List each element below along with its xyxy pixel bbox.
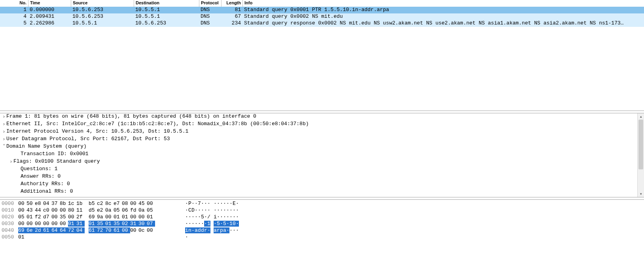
hex-ascii: ·······1·5·5·10· xyxy=(173,221,239,227)
splitter-list-details[interactable] xyxy=(0,111,644,113)
collapse-icon[interactable]: › xyxy=(2,121,6,127)
details-tree-item[interactable]: › Frame 1: 81 bytes on wire (648 bits), … xyxy=(0,113,644,121)
cell: 0.000000 xyxy=(28,7,71,13)
details-tree-label: Domain Name System (query) xyxy=(6,143,87,149)
hex-line[interactable]: 004069 6e 2d 61 64 64 72 04 61 72 70 61 … xyxy=(0,227,644,234)
hex-offset: 0030 xyxy=(0,221,18,227)
cell: 2.009431 xyxy=(28,13,71,20)
hex-offset: 0050 xyxy=(0,234,18,241)
column-header-protocol[interactable]: Protocol xyxy=(199,0,221,7)
cell: Standard query response 0x0002 NS mit.ed… xyxy=(242,20,644,27)
cell: DNS xyxy=(199,13,221,20)
hex-line[interactable]: 003000 00 00 00 00 00 01 31 01 35 01 35 … xyxy=(0,221,644,227)
hex-ascii: ·····5·/i······· xyxy=(173,214,239,221)
hex-ascii: in-addr·arpa···· xyxy=(173,227,239,234)
details-tree-item[interactable]: Questions: 1 xyxy=(0,166,644,173)
hex-bytes: 01 xyxy=(18,234,173,241)
hex-line[interactable]: 002005 01 f2 d7 00 35 00 2f 69 9a 00 01 … xyxy=(0,214,644,221)
collapse-icon[interactable]: › xyxy=(9,158,13,164)
cell: DNS xyxy=(199,20,221,27)
hex-ascii: ·CD············· xyxy=(173,207,239,214)
cell: 10.5.5.1 xyxy=(134,13,199,20)
hex-ascii: ·P··7·········E· xyxy=(173,201,239,207)
details-tree-label: Ethernet II, Src: IntelCor_c2:8c:e7 (1c:… xyxy=(6,121,309,127)
details-tree-label: Transaction ID: 0x0001 xyxy=(21,151,89,157)
details-tree-item[interactable]: Additional RRs: 0 xyxy=(0,188,644,196)
splitter-details-hex[interactable] xyxy=(0,197,644,200)
details-tree-label: User Datagram Protocol, Src Port: 62167,… xyxy=(6,136,170,142)
details-tree-label: Additional RRs: 0 xyxy=(21,188,73,194)
cell: DNS xyxy=(199,7,221,13)
hex-ascii: · xyxy=(173,234,188,241)
expand-icon[interactable]: ˅ xyxy=(2,143,6,149)
hex-bytes: 69 6e 2d 61 64 64 72 04 61 72 70 61 00 0… xyxy=(18,227,173,234)
column-header-source[interactable]: Source xyxy=(71,0,134,7)
packet-bytes-pane[interactable]: 000000 50 e8 04 37 8b 1c 1b b5 c2 8c e7 … xyxy=(0,200,644,259)
cell: 67 xyxy=(221,13,242,20)
packet-list-pane: No. Time Source Destination Protocol Len… xyxy=(0,0,644,111)
details-tree-label: Answer RRs: 0 xyxy=(21,173,61,179)
column-header-destination[interactable]: Destination xyxy=(134,0,199,7)
hex-bytes: 00 00 00 00 00 00 01 31 01 35 01 35 02 3… xyxy=(18,221,173,227)
details-tree-item[interactable]: Answer RRs: 0 xyxy=(0,173,644,181)
hex-bytes: 05 01 f2 d7 00 35 00 2f 69 9a 00 01 01 0… xyxy=(18,214,173,221)
cell: 5 xyxy=(0,20,28,27)
details-tree-item[interactable]: ˅ Domain Name System (query) xyxy=(0,143,644,151)
hex-offset: 0000 xyxy=(0,201,18,207)
cell: 10.5.5.1 xyxy=(71,20,134,27)
hex-offset: 0020 xyxy=(0,214,18,221)
packet-list-rows[interactable]: 10.00000010.5.6.25310.5.5.1DNS81Standard… xyxy=(0,7,644,27)
details-tree-item[interactable]: Authority RRs: 0 xyxy=(0,181,644,188)
column-header-no[interactable]: No. xyxy=(0,0,28,7)
hex-line[interactable]: 005001 · xyxy=(0,234,644,241)
hex-offset: 0010 xyxy=(0,207,18,214)
details-scrollbar[interactable]: ▴ ▾ xyxy=(637,113,644,197)
cell: 1 xyxy=(0,7,28,13)
cell: 4 xyxy=(0,13,28,20)
details-tree-label: Internet Protocol Version 4, Src: 10.5.6… xyxy=(6,128,188,134)
cell: 2.262986 xyxy=(28,20,71,27)
cell: 10.5.6.253 xyxy=(134,20,199,27)
details-tree-label: Questions: 1 xyxy=(21,166,58,172)
details-tree-label: Frame 1: 81 bytes on wire (648 bits), 81… xyxy=(6,113,256,119)
packet-row[interactable]: 52.26298610.5.5.110.5.6.253DNS234Standar… xyxy=(0,20,644,27)
cell: 10.5.6.253 xyxy=(71,13,134,20)
column-header-time[interactable]: Time xyxy=(28,0,71,7)
column-header-length[interactable]: Length xyxy=(221,0,242,7)
cell: Standard query 0x0002 NS mit.edu xyxy=(242,13,644,20)
details-tree-item[interactable]: › User Datagram Protocol, Src Port: 6216… xyxy=(0,136,644,143)
collapse-icon[interactable]: › xyxy=(2,136,6,142)
hex-offset: 0040 xyxy=(0,227,18,234)
details-tree-item[interactable]: › Ethernet II, Src: IntelCor_c2:8c:e7 (1… xyxy=(0,121,644,128)
scrollbar-down-icon[interactable]: ▾ xyxy=(638,191,644,197)
details-tree-item[interactable]: › Flags: 0x0100 Standard query xyxy=(0,158,644,166)
scrollbar-thumb[interactable] xyxy=(638,120,643,169)
packet-row[interactable]: 10.00000010.5.6.25310.5.5.1DNS81Standard… xyxy=(0,7,644,13)
collapse-icon[interactable]: › xyxy=(2,128,6,134)
packet-list-header[interactable]: No. Time Source Destination Protocol Len… xyxy=(0,0,644,7)
packet-row[interactable]: 42.00943110.5.6.25310.5.5.1DNS67Standard… xyxy=(0,13,644,20)
cell: 81 xyxy=(221,7,242,13)
details-tree-label: Authority RRs: 0 xyxy=(21,181,70,187)
cell: 10.5.6.253 xyxy=(71,7,134,13)
details-tree-item[interactable]: › Internet Protocol Version 4, Src: 10.5… xyxy=(0,128,644,136)
cell: 10.5.5.1 xyxy=(134,7,199,13)
collapse-icon[interactable]: › xyxy=(2,113,6,119)
details-tree-label: Flags: 0x0100 Standard query xyxy=(13,158,100,164)
hex-bytes: 00 43 44 c0 00 00 80 11 d5 e2 0a 05 06 f… xyxy=(18,207,173,214)
details-tree-item[interactable]: Transaction ID: 0x0001 xyxy=(0,151,644,158)
hex-line[interactable]: 000000 50 e8 04 37 8b 1c 1b b5 c2 8c e7 … xyxy=(0,201,644,207)
packet-details-pane[interactable]: › Frame 1: 81 bytes on wire (648 bits), … xyxy=(0,113,644,197)
scrollbar-up-icon[interactable]: ▴ xyxy=(638,113,644,120)
column-header-info[interactable]: Info xyxy=(242,0,644,7)
hex-bytes: 00 50 e8 04 37 8b 1c 1b b5 c2 8c e7 08 0… xyxy=(18,201,173,207)
hex-line[interactable]: 001000 43 44 c0 00 00 80 11 d5 e2 0a 05 … xyxy=(0,207,644,214)
cell: Standard query 0x0001 PTR 1.5.5.10.in-ad… xyxy=(242,7,644,13)
scrollbar-track[interactable] xyxy=(638,120,644,191)
cell: 234 xyxy=(221,20,242,27)
